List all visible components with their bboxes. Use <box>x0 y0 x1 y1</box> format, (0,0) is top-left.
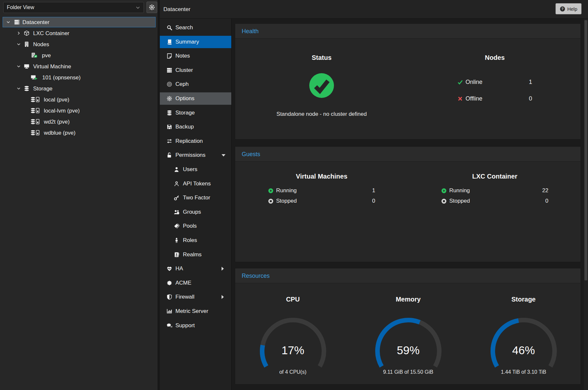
tree-item-virtual-machine[interactable]: Virtual Machine <box>3 61 156 72</box>
tree-item-label: LXC Container <box>33 28 70 39</box>
tree-item-local-lvm-pve[interactable]: local-lvm (pve) <box>3 105 156 116</box>
nav-item-cluster[interactable]: Cluster <box>160 64 231 76</box>
play-circle-icon <box>441 188 447 194</box>
view-mode-value: Folder View <box>7 5 34 10</box>
person-icon <box>174 238 179 243</box>
nav-item-api-tokens[interactable]: API Tokens <box>160 178 231 190</box>
metric-label: Online <box>466 79 482 86</box>
nav-item-label: HA <box>175 262 183 275</box>
health-panel-title: Health <box>235 24 581 39</box>
caret-right-icon <box>222 295 224 299</box>
metric-row-online: Online1 <box>457 75 532 88</box>
nav-item-metric-server[interactable]: Metric Server <box>160 305 231 317</box>
question-circle-icon <box>560 6 565 12</box>
nav-item-storage[interactable]: Storage <box>160 107 231 119</box>
storage-drive-icon <box>30 108 40 114</box>
nav-item-groups[interactable]: Groups <box>160 206 231 218</box>
main-content: Health Status Standalone node - no clust… <box>231 19 584 390</box>
metric-row-offline: Offline0 <box>457 92 532 105</box>
chevron-right-icon[interactable] <box>17 31 21 35</box>
tree-item-label: Storage <box>33 84 53 94</box>
nav-item-ceph[interactable]: Ceph <box>160 78 231 90</box>
metric-label: Offline <box>466 95 482 102</box>
nav-item-pools[interactable]: Pools <box>160 220 231 232</box>
nav-item-label: Notes <box>175 50 190 62</box>
nav-item-notes[interactable]: Notes <box>160 50 231 62</box>
tree-item-storage[interactable]: Storage <box>3 83 156 94</box>
tree-item-label: Datacenter <box>22 17 49 28</box>
view-mode-selector[interactable]: Folder View <box>3 2 144 13</box>
stop-circle-icon <box>441 198 447 204</box>
metric-value: 22 <box>542 187 548 194</box>
chevron-down-icon <box>135 5 140 10</box>
panel-splitter[interactable] <box>158 0 160 390</box>
guest-column-heading: Virtual Machines <box>235 173 408 180</box>
nav-item-users[interactable]: Users <box>160 163 231 176</box>
tree-item-local-pve[interactable]: local (pve) <box>3 94 156 105</box>
gauge-cpu: CPU17%of 4 CPU(s) <box>235 283 351 384</box>
cube-icon <box>24 31 30 36</box>
chevron-down-icon[interactable] <box>17 42 21 47</box>
shield-icon <box>167 294 172 300</box>
nav-item-label: Metric Server <box>175 305 208 317</box>
nav-item-search[interactable]: Search <box>160 21 231 34</box>
nav-item-label: Groups <box>183 206 201 218</box>
nav-item-backup[interactable]: Backup <box>160 121 231 133</box>
health-panel: Health Status Standalone node - no clust… <box>235 23 581 140</box>
gauge-value: 59% <box>351 344 466 357</box>
tree-item-datacenter[interactable]: Datacenter <box>3 17 156 27</box>
seal-icon <box>167 280 172 286</box>
caret-down-icon <box>222 154 225 156</box>
gauge-caption: 9.11 GiB of 15.50 GiB <box>351 369 466 375</box>
unlock-icon <box>167 153 172 158</box>
gauge-memory: Memory59%9.11 GiB of 15.50 GiB <box>351 283 466 384</box>
tree-item-nodes[interactable]: Nodes <box>3 39 156 49</box>
gauge-value: 46% <box>466 344 581 357</box>
nav-item-realms[interactable]: Realms <box>160 249 231 261</box>
tree-item-pve[interactable]: pve <box>3 50 156 61</box>
chevron-down-icon[interactable] <box>17 64 21 69</box>
nodes-section: Nodes Online1Offline0 <box>408 39 581 139</box>
comments-icon <box>167 323 172 328</box>
nav-item-acme[interactable]: ACME <box>160 277 231 289</box>
help-button[interactable]: Help <box>556 3 582 14</box>
nav-item-label: ACME <box>175 277 191 289</box>
nav-item-roles[interactable]: Roles <box>160 234 231 247</box>
metric-value: 1 <box>372 187 375 194</box>
nav-item-support[interactable]: Support <box>160 319 231 332</box>
resources-panel: Resources CPU17%of 4 CPU(s)Memory59%9.11… <box>235 268 581 384</box>
nav-item-options[interactable]: Options <box>160 92 231 105</box>
scrollbar-thumb[interactable] <box>584 20 587 280</box>
nav-item-summary[interactable]: Summary <box>160 36 231 48</box>
nav-item-ha[interactable]: HA <box>160 262 231 275</box>
tree-item-label: 101 (opnsense) <box>42 73 81 83</box>
address-book-icon <box>174 252 179 257</box>
tree-item-label: Nodes <box>33 39 49 50</box>
nav-item-replication[interactable]: Replication <box>160 135 231 147</box>
nav-item-firewall[interactable]: Firewall <box>160 291 231 303</box>
status-ok-icon <box>309 73 335 99</box>
nav-item-label: API Tokens <box>183 178 211 190</box>
content-scrollbar[interactable] <box>584 19 588 390</box>
nav-item-label: Support <box>175 319 195 332</box>
node-check-icon <box>30 53 38 58</box>
resource-tree: DatacenterLXC ContainerNodespveVirtual M… <box>0 15 158 390</box>
metric-row-running: Running1 <box>268 186 375 195</box>
tree-item-label: wdblue (pve) <box>44 128 75 138</box>
metric-value: 0 <box>545 198 548 204</box>
tree-item-wd2t-pve[interactable]: wd2t (pve) <box>3 116 156 127</box>
nav-item-two-factor[interactable]: Two Factor <box>160 192 231 204</box>
gauge-arc <box>257 316 329 370</box>
chevron-down-icon[interactable] <box>6 20 10 24</box>
nav-item-label: Realms <box>183 249 202 261</box>
chevron-down-icon[interactable] <box>17 87 21 91</box>
datacenter-nav: SearchSummaryNotesClusterCephOptionsStor… <box>160 19 231 390</box>
metric-value: 0 <box>372 198 375 204</box>
tree-item-101-opnsense[interactable]: 101 (opnsense) <box>3 72 156 83</box>
tree-item-wdblue-pve[interactable]: wdblue (pve) <box>3 128 156 138</box>
gear-icon <box>167 96 172 101</box>
tree-item-lxc-container[interactable]: LXC Container <box>3 28 156 38</box>
nav-item-permissions[interactable]: Permissions <box>160 149 231 161</box>
key-icon <box>174 195 179 201</box>
tree-settings-button[interactable] <box>147 2 157 13</box>
